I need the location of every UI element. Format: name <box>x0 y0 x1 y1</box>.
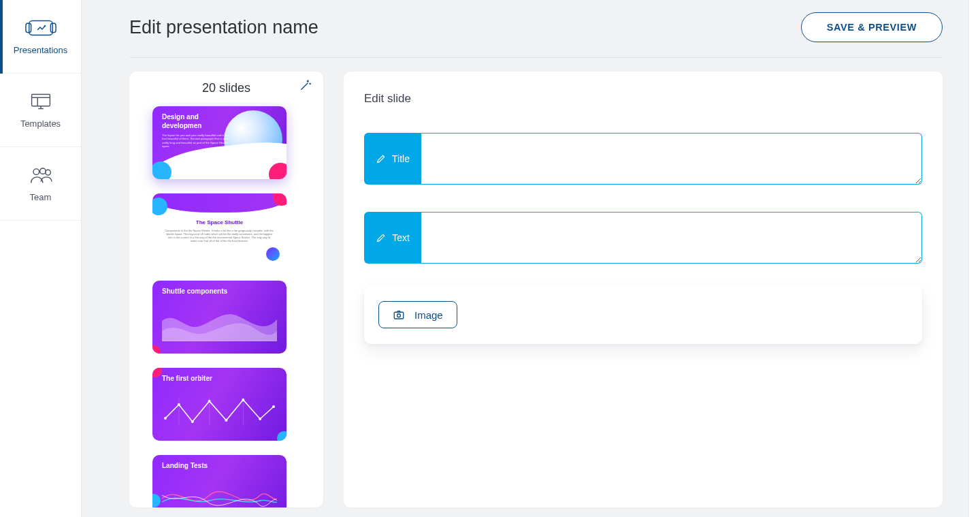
sidenav-label: Templates <box>20 119 61 129</box>
slide-thumbnail[interactable]: The Space Shuttle Components in the the … <box>152 193 287 266</box>
magic-wand-icon[interactable] <box>299 78 312 95</box>
header: Edit presentation name SAVE & PREVIEW <box>129 12 943 58</box>
title-input[interactable] <box>421 133 922 185</box>
presentations-icon <box>25 18 56 38</box>
main: Edit presentation name SAVE & PREVIEW 20… <box>82 0 980 517</box>
svg-point-13 <box>164 417 167 420</box>
svg-point-11 <box>45 170 50 175</box>
sidenav-item-team[interactable]: Team <box>0 147 81 221</box>
thumb-body: Components in the the Space Shuttle. It … <box>165 229 274 242</box>
svg-rect-1 <box>25 23 31 32</box>
sidenav-label: Team <box>30 192 52 202</box>
svg-rect-24 <box>394 312 404 319</box>
team-icon <box>25 165 56 185</box>
pencil-icon <box>376 232 387 243</box>
text-input[interactable] <box>421 212 922 264</box>
slide-list[interactable]: Design and developmen The layout for you… <box>135 102 318 507</box>
image-button[interactable]: Image <box>378 301 457 328</box>
text-tag-label: Text <box>392 232 410 243</box>
templates-icon <box>25 91 56 112</box>
svg-rect-4 <box>31 94 50 106</box>
thumb-title: Design and developmen <box>162 113 230 130</box>
thumb-title: The first orbiter <box>162 375 212 383</box>
pencil-icon <box>376 153 387 164</box>
image-button-label: Image <box>414 309 443 321</box>
page-title[interactable]: Edit presentation name <box>129 17 318 38</box>
svg-rect-2 <box>50 23 56 32</box>
edit-slide-heading: Edit slide <box>364 92 922 106</box>
thumb-title: Shuttle components <box>162 287 227 296</box>
title-field-tag: Title <box>364 133 421 185</box>
save-preview-button[interactable]: SAVE & PREVIEW <box>801 12 943 42</box>
text-field-tag: Text <box>364 212 421 264</box>
slide-list-panel: 20 slides Design and developmen The l <box>129 72 323 507</box>
thumb-title: Landing Tests <box>162 462 208 471</box>
svg-point-15 <box>191 420 194 423</box>
thumb-title: The Space Shuttle <box>152 219 287 225</box>
slide-count-label: 20 slides <box>202 81 250 95</box>
sidenav: Presentations Templates Team <box>0 0 82 517</box>
thumb-body: The layout for you and your really beaut… <box>162 134 230 148</box>
svg-point-3 <box>44 25 45 27</box>
window-right-edge <box>968 0 980 517</box>
slide-thumbnail[interactable]: Landing Tests <box>152 455 287 507</box>
svg-point-25 <box>397 314 401 317</box>
slide-thumbnail[interactable]: Shuttle components <box>152 281 287 354</box>
sidenav-item-templates[interactable]: Templates <box>0 74 81 147</box>
image-card: Image <box>364 285 922 344</box>
svg-point-19 <box>259 418 261 420</box>
svg-point-10 <box>39 168 46 174</box>
slide-thumbnail[interactable]: The first orbiter <box>152 368 287 441</box>
svg-point-20 <box>272 405 275 408</box>
title-field-row: Title <box>364 133 922 185</box>
camera-icon <box>393 309 405 321</box>
edit-slide-panel: Edit slide Title Text <box>344 72 943 507</box>
sidenav-item-presentations[interactable]: Presentations <box>0 0 81 74</box>
sidenav-label: Presentations <box>14 45 68 55</box>
title-tag-label: Title <box>392 153 410 164</box>
svg-point-9 <box>33 169 39 175</box>
svg-point-17 <box>225 419 227 422</box>
slide-thumbnail[interactable]: Design and developmen The layout for you… <box>152 106 287 179</box>
text-field-row: Text <box>364 212 922 264</box>
